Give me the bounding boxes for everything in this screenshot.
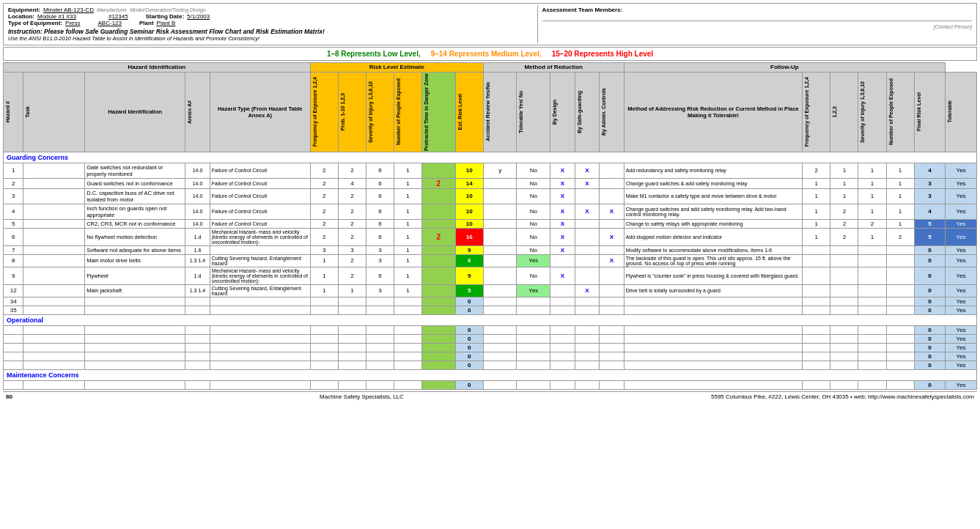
- type-label: Type of Equipment:: [8, 20, 62, 26]
- manufacturer-label: Manufacturer: [97, 7, 127, 12]
- table-row: 00Yes: [4, 380, 977, 389]
- instruction1: Instruction: Please follow Safe Guarding…: [8, 28, 325, 35]
- table-row: 00Yes: [4, 343, 977, 352]
- section-header: Maintenance Concerns: [4, 369, 977, 380]
- section-header: Guarding Concerns: [4, 152, 977, 163]
- col-by-safe: By Safe-guarding: [575, 72, 600, 152]
- equipment-label: Equipment:: [8, 7, 40, 13]
- starting-date-value: 5/1/2003: [187, 13, 210, 20]
- instruction2: Use the ANSI B11.0-2010 Hazard Table to …: [8, 35, 259, 42]
- col-num-people: Number of People Exposed: [394, 72, 421, 152]
- col-annex: Annex A#: [185, 72, 210, 152]
- table-row: 4Inch function on guards open not approp…: [4, 204, 977, 219]
- table-row: 8Main motor drive belts1.3 1.4Cutting Se…: [4, 254, 977, 267]
- col-hazard-type: Hazard Type (From Hazard Table Annex A): [210, 72, 310, 152]
- col-final-risk: Final Risk Level: [914, 72, 946, 152]
- table-row: 5CR2, CR3, MCR not in conformance14.0Fai…: [4, 219, 977, 228]
- col-method: Method of Addressing Risk Reduction or C…: [624, 72, 803, 152]
- col-fu-num: Number of People Exposed: [886, 72, 914, 152]
- starting-date-label: Starting Date:: [146, 13, 184, 20]
- col-task: Task: [23, 72, 85, 152]
- id-value: #12345: [108, 13, 128, 20]
- col-sev: Severity of Injury 1,3,6,10: [366, 72, 394, 152]
- col-tolerable: Tolerable Yes/ No: [517, 72, 550, 152]
- col-fu-freq: Frequency of Exposure 1,2,4: [803, 72, 830, 152]
- col-accident: Accident Review Yes/No: [483, 72, 517, 152]
- company: Machine Safety Specialists, LLC: [320, 393, 404, 400]
- table-row: 00Yes: [4, 360, 977, 369]
- manufacturer-value: Model/Generation/Tooling Design: [130, 7, 206, 12]
- col-fu-sev: Severity of Injury 1,3,6,10: [858, 72, 886, 152]
- plant-label: Plant: [139, 20, 154, 26]
- table-row: 3400Yes: [4, 297, 977, 306]
- level-bar: 1–8 Represents Low Level, 9–14 Represent…: [3, 47, 977, 61]
- followup-header: Follow-Up: [624, 63, 946, 73]
- risk-estimate-header: Risk Level Estimate: [310, 63, 483, 73]
- col-freq: Frequency of Exposure 1,2,4: [310, 72, 338, 152]
- table-row: 1Gate switches not redundant or properly…: [4, 163, 977, 178]
- hazard-id-header: Hazard Identification: [4, 63, 311, 73]
- col-tolerable: Tolerable: [946, 72, 977, 152]
- header-section: Equipment: Minster AB-123-CD Manufacture…: [3, 3, 977, 45]
- main-table: Hazard Identification Risk Level Estimat…: [3, 62, 977, 390]
- col-by-admin: By Admin. Controls: [600, 72, 625, 152]
- contact-value: [Contact Person]: [542, 24, 972, 29]
- table-row: 00Yes: [4, 325, 977, 334]
- table-row: 2Guard switches not in conformance14.0Fa…: [4, 178, 977, 188]
- col-fu-prob: 1,2,3: [830, 72, 858, 152]
- table-row: 9Flywheel1.dMechanical Hazard- mass and …: [4, 267, 977, 284]
- col-hazard-id: Hazard Identification: [85, 72, 185, 152]
- col-prob: Prob. 1-10 1,2,3: [338, 72, 366, 152]
- location-label: Location:: [8, 13, 34, 20]
- level-med: 9–14 Represents Medium Level,: [431, 50, 542, 58]
- type-value: Press: [65, 20, 80, 26]
- table-row: 3500Yes: [4, 306, 977, 314]
- col-by-design: By Design: [550, 72, 575, 152]
- equipment-value: Minster AB-123-CD: [43, 7, 94, 13]
- table-row: 3D.C. capacitive buss of AC drive not is…: [4, 188, 977, 204]
- table-row: 6No flywheel motion detection1.dMechanic…: [4, 228, 977, 245]
- method-header: Method of Reduction: [483, 63, 624, 73]
- model-value: ABC-123: [98, 20, 122, 26]
- footer: 80 Machine Safety Specialists, LLC 5595 …: [3, 391, 977, 402]
- assessment-label: Assessment Team Members:: [542, 7, 972, 13]
- table-row: 00Yes: [4, 352, 977, 360]
- location-value: Module #1 #33: [37, 13, 76, 20]
- table-row: 12Main jackshaft1.3 1.4Cutting Severing …: [4, 284, 977, 297]
- address: 5595 Columbus Pike, #222, Lewis Center, …: [711, 393, 974, 400]
- col-hazard-num: Hazard #: [4, 72, 23, 152]
- page-num: 80: [6, 393, 12, 400]
- plant-value: Plant B: [157, 20, 176, 26]
- section-header: Operational: [4, 314, 977, 325]
- table-row: 00Yes: [4, 334, 977, 343]
- level-low: 1–8 Represents Low Level,: [327, 50, 421, 58]
- table-row: 7Software not adequate for above items1.…: [4, 245, 977, 254]
- col-est-risk: Est. Risk Level: [455, 72, 483, 152]
- level-high: 15–20 Represents High Level: [552, 50, 653, 58]
- col-protracted: Protracted Time in Danger Zone: [422, 72, 456, 152]
